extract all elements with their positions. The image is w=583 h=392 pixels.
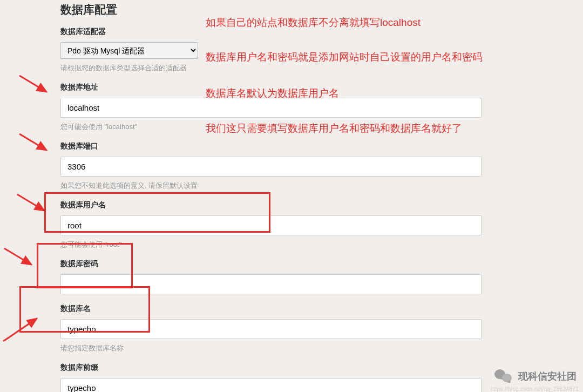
user-group: 数据库用户名 您可能会使用 "root" bbox=[60, 200, 583, 249]
user-hint: 您可能会使用 "root" bbox=[60, 240, 583, 249]
page-title: 数据库配置 bbox=[60, 0, 583, 17]
port-label: 数据库端口 bbox=[60, 141, 583, 151]
annotation-2: 数据库用户名和密码就是添加网站时自己设置的用户名和密码 bbox=[206, 50, 483, 64]
password-group: 数据库密码 bbox=[60, 259, 583, 294]
password-input[interactable] bbox=[60, 274, 482, 294]
host-input[interactable] bbox=[60, 98, 482, 118]
user-label: 数据库用户名 bbox=[60, 200, 583, 210]
port-group: 数据库端口 如果您不知道此选项的意义, 请保留默认设置 bbox=[60, 141, 583, 191]
wechat-icon bbox=[494, 368, 514, 384]
adapter-select[interactable]: Pdo 驱动 Mysql 适配器 bbox=[60, 42, 198, 59]
dbname-group: 数据库名 请您指定数据库名称 bbox=[60, 304, 583, 353]
annotation-3: 数据库名默认为数据库用户名 bbox=[206, 86, 339, 100]
port-hint: 如果您不知道此选项的意义, 请保留默认设置 bbox=[60, 181, 583, 191]
annotation-4: 我们这只需要填写数据库用户名和密码和数据库名就好了 bbox=[206, 121, 462, 136]
adapter-hint: 请根据您的数据库类型选择合适的适配器 bbox=[60, 63, 583, 73]
dbname-label: 数据库名 bbox=[60, 304, 583, 314]
watermark: 现科信安社团 bbox=[494, 368, 577, 384]
annotation-1: 如果自己的站点和数据库不分离就填写localhost bbox=[206, 16, 421, 30]
dbname-hint: 请您指定数据库名称 bbox=[60, 343, 583, 353]
port-input[interactable] bbox=[60, 157, 482, 177]
watermark-url: https://blog.csdn.net/qq_28624871 bbox=[491, 386, 579, 392]
dbname-input[interactable] bbox=[60, 319, 482, 339]
user-input[interactable] bbox=[60, 215, 482, 235]
prefix-input[interactable] bbox=[60, 378, 482, 392]
watermark-text: 现科信安社团 bbox=[518, 370, 577, 383]
password-label: 数据库密码 bbox=[60, 259, 583, 269]
